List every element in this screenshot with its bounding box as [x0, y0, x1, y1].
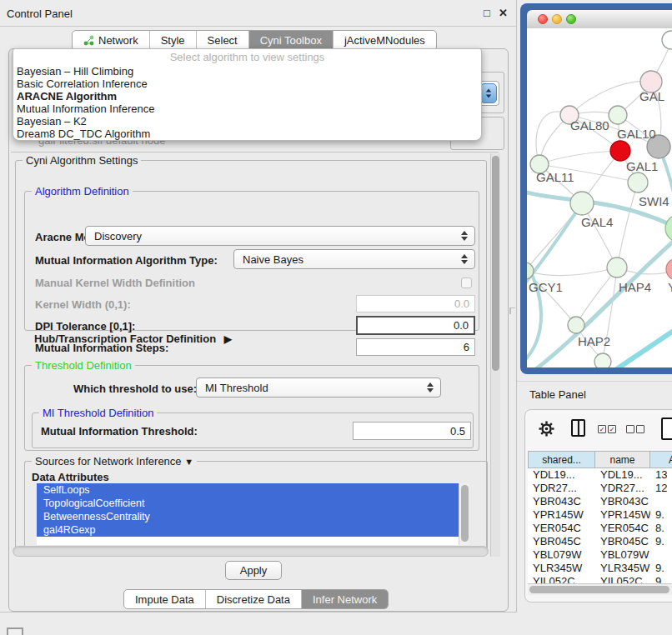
- node-label: HAP2: [578, 334, 610, 348]
- table-horizontal-scrollbar[interactable]: [528, 583, 672, 595]
- manual-kernel-checkbox[interactable]: [461, 278, 472, 288]
- table-row[interactable]: YBL079WYBL079W: [528, 548, 672, 562]
- control-panel-titlebar: Control Panel □ ✕: [0, 0, 516, 27]
- panel-resize-handle[interactable]: [509, 308, 515, 314]
- table-body: YDL19...YDL19...13 YDR27...YDR27...12 YB…: [528, 468, 672, 583]
- tab-network[interactable]: Network: [73, 31, 149, 50]
- attribute-item-selected[interactable]: BetweennessCentrality: [37, 510, 464, 523]
- apply-button[interactable]: Apply: [225, 561, 282, 580]
- algorithm-option[interactable]: Bayesian – K2: [13, 115, 481, 128]
- scrollbar-thumb[interactable]: [529, 586, 669, 593]
- table-header-row: shared... name A: [528, 451, 672, 468]
- tab-cyni-toolbox[interactable]: Cyni Toolbox: [248, 31, 333, 50]
- close-panel-button[interactable]: ✕: [499, 7, 508, 19]
- algorithm-option-selected[interactable]: ARACNE Algorithm: [13, 90, 481, 102]
- node-salmon[interactable]: [666, 258, 672, 280]
- column-header-name[interactable]: name: [595, 451, 650, 468]
- export-table-file-icon[interactable]: [661, 418, 672, 440]
- algorithm-option[interactable]: Bayesian – Hill Climbing: [13, 65, 481, 78]
- cyni-algorithm-settings-group: Cyni Algorithm Settings Algorithm Defini…: [15, 160, 487, 550]
- table-row[interactable]: YIL052CYIL052C9: [528, 575, 672, 583]
- table-row[interactable]: YBR043CYBR043C: [528, 495, 672, 508]
- combobox-stepper-icon: [427, 382, 434, 392]
- sources-toggle[interactable]: Sources for Network Inference ▼: [32, 455, 197, 468]
- network-canvas[interactable]: GAL GAL80 GAL10 GAL1 GAL11 SWI4 GAL4 GCY…: [527, 28, 672, 368]
- node-label: GAL1: [626, 159, 658, 173]
- scrollbar-thumb[interactable]: [492, 156, 499, 371]
- tab-impute-data[interactable]: Impute Data: [124, 590, 205, 608]
- aracne-mode-combobox[interactable]: Discovery: [85, 226, 475, 246]
- node-green-edge[interactable]: [665, 215, 672, 242]
- node-hap2[interactable]: [568, 317, 584, 333]
- settings-vertical-scrollbar[interactable]: [490, 153, 500, 557]
- node-label: GAL10: [617, 127, 656, 141]
- table-row[interactable]: YDR27...YDR27...12: [528, 482, 672, 495]
- hidden-combobox-stepper[interactable]: [480, 83, 497, 103]
- algorithm-option[interactable]: Basic Correlation Inference: [13, 78, 481, 90]
- column-header-sharedname[interactable]: shared...: [528, 451, 595, 468]
- node-label: GCY1: [529, 280, 563, 294]
- column-header-partial[interactable]: A: [650, 451, 672, 468]
- table-row[interactable]: YER054CYER054C8.: [528, 522, 672, 535]
- network-window-titlebar[interactable]: [527, 10, 672, 29]
- tab-style[interactable]: Style: [149, 31, 196, 50]
- tab-infer-network[interactable]: Infer Network: [301, 590, 388, 608]
- mi-threshold-definition-title: MI Threshold Definition: [39, 407, 157, 419]
- attribute-item-selected[interactable]: gal4RGexp: [37, 523, 464, 537]
- attribute-item-selected[interactable]: TopologicalCoefficient: [37, 497, 464, 510]
- scrollbar-thumb[interactable]: [461, 485, 469, 542]
- node-gal10[interactable]: [609, 106, 627, 124]
- mi-steps-field[interactable]: 6: [356, 338, 475, 356]
- settings-gear-icon[interactable]: [539, 421, 554, 439]
- tab-select[interactable]: Select: [196, 31, 248, 50]
- select-all-checkboxes-icon[interactable]: ✓ ✓: [598, 425, 616, 433]
- hub-definition-toggle[interactable]: Hub/Transcription Factor Definition ▶: [34, 332, 232, 345]
- attribute-item-selected[interactable]: SelfLoops: [37, 483, 464, 497]
- float-panel-button[interactable]: □: [484, 7, 490, 19]
- table-row[interactable]: YDL19...YDL19...13: [528, 468, 672, 482]
- table-row[interactable]: YLR345WYLR345W9.: [528, 562, 672, 575]
- table-row[interactable]: YPR145WYPR145W9.: [528, 508, 672, 522]
- dpi-tolerance-label: DPI Tolerance [0,1]:: [35, 320, 135, 332]
- combobox-stepper-icon: [461, 231, 468, 241]
- node-label: GAL: [639, 89, 664, 103]
- minimized-panel-square[interactable]: [7, 628, 23, 635]
- algorithm-option[interactable]: Dream8 DC_TDC Algorithm: [13, 128, 481, 140]
- settings-horizontal-scrollbar[interactable]: [13, 546, 489, 557]
- node-gal4[interactable]: [570, 192, 594, 215]
- data-attributes-list[interactable]: SelfLoops TopologicalCoefficient Between…: [37, 483, 469, 545]
- node-swi4[interactable]: [628, 172, 648, 192]
- table-panel-header: Table Panel: [517, 381, 672, 405]
- algorithm-option[interactable]: Mutual Information Inference: [13, 102, 481, 115]
- node-label: Y: [668, 280, 672, 294]
- node-unlabeled[interactable]: [662, 31, 672, 49]
- mi-threshold-label: Mutual Information Threshold:: [41, 425, 198, 438]
- expanded-arrow-icon: ▼: [184, 457, 193, 467]
- zoom-window-button[interactable]: [566, 14, 576, 24]
- mi-algorithm-type-combobox[interactable]: Naive Bayes: [233, 249, 475, 269]
- column-visibility-icon[interactable]: [571, 419, 585, 437]
- list-vertical-scrollbar[interactable]: [459, 483, 469, 545]
- control-panel-window: Control Panel □ ✕ Network Style Select C…: [0, 0, 517, 612]
- close-window-button[interactable]: [538, 14, 548, 24]
- network-graph: GAL GAL80 GAL10 GAL1 GAL11 SWI4 GAL4 GCY…: [527, 28, 672, 368]
- node-label: GAL80: [570, 118, 609, 132]
- node-gal1-selected[interactable]: [610, 141, 630, 161]
- minimize-window-button[interactable]: [552, 14, 562, 24]
- node-bottom-cut[interactable]: [594, 353, 611, 368]
- manual-kernel-label: Manual Kernel Width Definition: [35, 277, 195, 289]
- sources-group: Sources for Network Inference ▼ Data Att…: [24, 461, 488, 550]
- which-threshold-label: Which threshold to use:: [73, 382, 197, 395]
- which-threshold-combobox[interactable]: MI Threshold: [196, 378, 441, 398]
- mi-threshold-field[interactable]: 0.5: [353, 422, 471, 440]
- combobox-stepper-icon: [461, 254, 468, 264]
- node-hap4[interactable]: [607, 258, 627, 278]
- dpi-tolerance-field[interactable]: 0.0: [356, 316, 475, 335]
- deselect-all-checkboxes-icon[interactable]: [626, 425, 644, 433]
- attribute-table: shared... name A YDL19...YDL19...13 YDR2…: [528, 451, 672, 584]
- tab-jactivemnodules[interactable]: jActiveMNodules: [333, 31, 436, 50]
- table-row[interactable]: YBR045CYBR045C9.: [528, 535, 672, 548]
- kernel-width-field: 0.0: [356, 295, 475, 312]
- node-label: GAL4: [581, 215, 613, 229]
- tab-discretize-data[interactable]: Discretize Data: [205, 590, 301, 608]
